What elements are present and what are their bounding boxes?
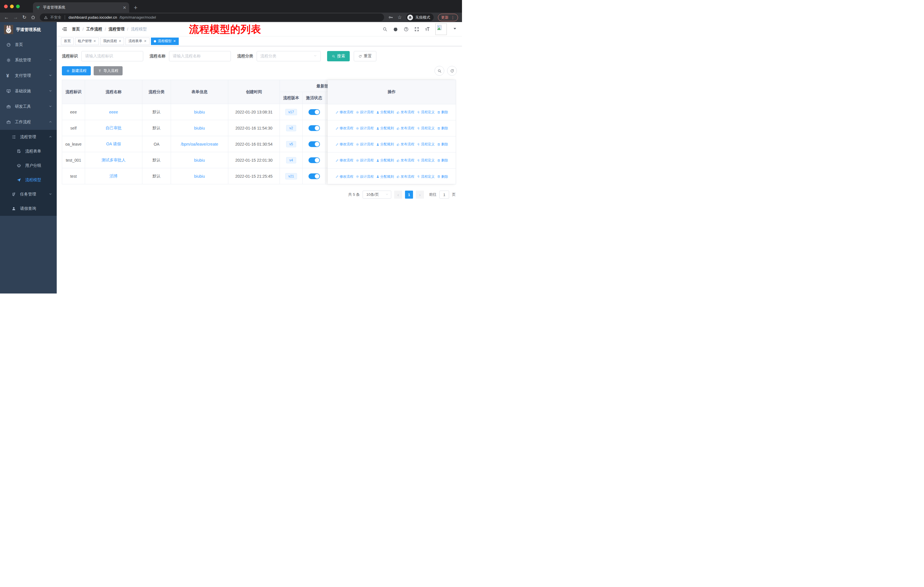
sidebar-item-task-management[interactable]: 任务管理 — [0, 187, 57, 202]
delete-link[interactable]: 删除 — [437, 158, 448, 163]
active-toggle[interactable] — [309, 109, 320, 115]
edit-process-link[interactable]: 修改流程 — [335, 142, 353, 147]
assign-rule-link[interactable]: 分配规则 — [376, 110, 394, 115]
browser-menu-icon[interactable]: ⋮ — [451, 15, 455, 20]
fullscreen-icon[interactable] — [414, 26, 419, 32]
publish-process-link[interactable]: 发布流程 — [396, 142, 414, 147]
delete-link[interactable]: 删除 — [437, 174, 448, 179]
edit-process-link[interactable]: 修改流程 — [335, 158, 353, 163]
publish-process-link[interactable]: 发布流程 — [396, 110, 414, 115]
process-name-input[interactable]: 请输入流程名称 — [169, 51, 231, 61]
breadcrumb-home[interactable]: 首页 — [72, 26, 80, 32]
process-name-link[interactable]: eeee — [109, 110, 118, 114]
sidebar-item-devtools[interactable]: 研发工具 — [0, 99, 57, 114]
form-info-link[interactable]: biubiu — [194, 126, 205, 131]
tab-home[interactable]: 首页 — [61, 38, 74, 45]
tab-close-icon[interactable]: ✕ — [119, 39, 121, 43]
reload-icon[interactable]: ↻ — [22, 15, 26, 20]
sidebar-item-process-management[interactable]: 流程管理 — [0, 130, 57, 144]
design-process-link[interactable]: 设计流程 — [356, 158, 374, 163]
publish-process-link[interactable]: 发布流程 — [396, 158, 414, 163]
sidebar-collapse-icon[interactable] — [62, 26, 67, 32]
sidebar-item-user-group[interactable]: 用户分组 — [0, 159, 57, 173]
search-icon[interactable] — [382, 26, 388, 32]
form-info-link[interactable]: biubiu — [194, 110, 205, 114]
goto-page-input[interactable]: 1 — [439, 190, 449, 198]
window-zoom-button[interactable] — [16, 5, 20, 8]
process-definition-link[interactable]: 流程定义 — [417, 158, 435, 163]
form-info-link[interactable]: /bpm/oa/leave/create — [181, 142, 218, 147]
assign-rule-link[interactable]: 分配规则 — [376, 142, 394, 147]
refresh-table-button[interactable] — [447, 66, 457, 76]
version-tag[interactable]: v17 — [285, 109, 297, 115]
back-icon[interactable]: ← — [4, 15, 9, 20]
breadcrumb-process-management[interactable]: 流程管理 — [109, 26, 125, 32]
design-process-link[interactable]: 设计流程 — [356, 110, 374, 115]
version-tag[interactable]: v5 — [286, 141, 296, 147]
version-tag[interactable]: v4 — [286, 157, 296, 164]
version-tag[interactable]: v2 — [286, 125, 296, 131]
process-definition-link[interactable]: 流程定义 — [417, 142, 435, 147]
tab-close-icon[interactable]: ✕ — [93, 39, 96, 43]
show-search-toggle-button[interactable] — [434, 66, 444, 76]
publish-process-link[interactable]: 发布流程 — [396, 174, 414, 179]
process-name-link[interactable]: 滔博 — [110, 174, 118, 178]
window-close-button[interactable] — [4, 5, 8, 8]
sidebar-item-home[interactable]: 首页 — [0, 37, 57, 53]
assign-rule-link[interactable]: 分配规则 — [376, 174, 394, 179]
update-button[interactable]: 更新 ⋮ — [438, 14, 458, 21]
process-name-link[interactable]: 自己审批 — [106, 126, 122, 130]
tab-process-form[interactable]: 流程表单✕ — [125, 38, 149, 45]
avatar-caret-down-icon[interactable] — [452, 26, 457, 32]
delete-link[interactable]: 删除 — [437, 142, 448, 147]
address-bar[interactable]: 不安全 dashboard.yudao.iocoder.cn/bpm/manag… — [40, 13, 384, 21]
sidebar-item-infra[interactable]: 基础设施 — [0, 83, 57, 99]
process-name-link[interactable]: 测试多审批人 — [102, 158, 126, 162]
version-tag[interactable]: v21 — [285, 173, 297, 179]
tab-tenant[interactable]: 租户管理✕ — [75, 38, 99, 45]
active-toggle[interactable] — [309, 174, 320, 179]
delete-link[interactable]: 删除 — [437, 126, 448, 131]
active-toggle[interactable] — [309, 157, 320, 163]
process-name-link[interactable]: OA 请假 — [106, 142, 121, 146]
home-icon[interactable] — [31, 15, 36, 20]
active-toggle[interactable] — [309, 141, 320, 147]
process-definition-link[interactable]: 流程定义 — [417, 126, 435, 131]
breadcrumb-workflow[interactable]: 工作流程 — [86, 26, 102, 32]
browser-tab[interactable]: 芋道管理系统 ✕ — [33, 2, 129, 13]
next-page-button[interactable]: › — [416, 190, 424, 198]
tab-close-icon[interactable]: ✕ — [122, 5, 126, 10]
forward-icon[interactable]: → — [13, 15, 18, 20]
page-number-current[interactable]: 1 — [405, 190, 413, 198]
user-avatar[interactable] — [436, 23, 447, 35]
process-definition-link[interactable]: 流程定义 — [417, 174, 435, 179]
edit-process-link[interactable]: 修改流程 — [335, 110, 353, 115]
new-process-button[interactable]: 新建流程 — [62, 66, 91, 75]
window-minimize-button[interactable] — [10, 5, 14, 8]
sidebar-item-leave-query[interactable]: 请假查询 — [0, 202, 57, 216]
publish-process-link[interactable]: 发布流程 — [396, 126, 414, 131]
page-size-select[interactable]: 10条/页 — [363, 190, 391, 198]
edit-process-link[interactable]: 修改流程 — [335, 126, 353, 131]
prev-page-button[interactable]: ‹ — [394, 190, 402, 198]
delete-link[interactable]: 删除 — [437, 110, 448, 115]
window-controls[interactable] — [4, 0, 20, 13]
sidebar-item-system[interactable]: 系统管理 — [0, 53, 57, 68]
assign-rule-link[interactable]: 分配规则 — [376, 158, 394, 163]
form-info-link[interactable]: biubiu — [194, 158, 205, 162]
bookmark-star-icon[interactable]: ☆ — [398, 15, 402, 20]
tab-close-icon[interactable]: ✕ — [173, 39, 176, 43]
tab-my-process[interactable]: 我的流程✕ — [100, 38, 124, 45]
sidebar-item-workflow[interactable]: 工作流程 — [0, 114, 57, 130]
design-process-link[interactable]: 设计流程 — [356, 142, 374, 147]
sidebar-item-process-form[interactable]: 流程表单 — [0, 144, 57, 159]
help-icon[interactable] — [404, 26, 409, 32]
import-process-button[interactable]: 导入流程 — [94, 66, 122, 75]
form-info-link[interactable]: biubiu — [194, 174, 205, 179]
new-tab-button[interactable]: + — [134, 5, 137, 11]
process-category-select[interactable]: 流程分类 — [257, 51, 321, 61]
sidebar-item-payment[interactable]: ¥ 支付管理 — [0, 68, 57, 83]
tab-close-icon[interactable]: ✕ — [144, 39, 146, 43]
github-icon[interactable] — [393, 26, 398, 32]
active-toggle[interactable] — [309, 125, 320, 131]
